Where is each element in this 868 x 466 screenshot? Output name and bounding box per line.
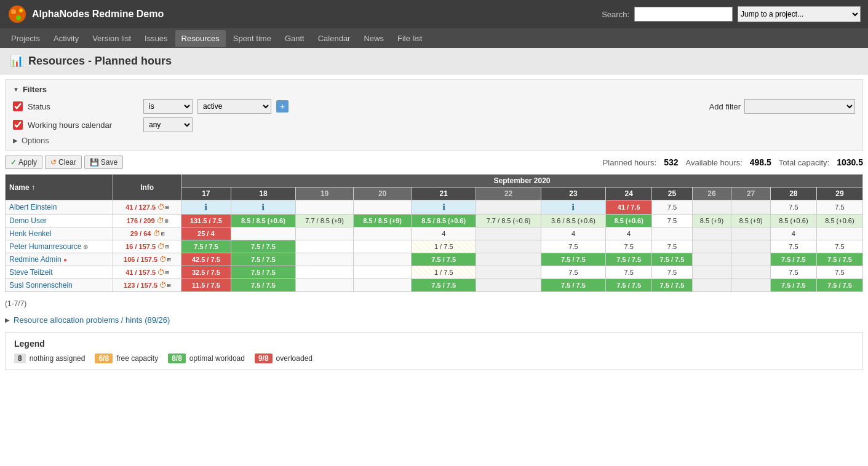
name-link[interactable]: Redmine Admin ● xyxy=(9,255,67,264)
clock-icon[interactable]: ⏱ xyxy=(159,255,167,264)
info-icons: ⏱⊞ xyxy=(151,230,164,237)
nav-item-spent-time[interactable]: Spent time xyxy=(227,30,277,47)
day-cell-18: 7.5 / 7.5 xyxy=(231,279,295,292)
grid-icon[interactable]: ⊞ xyxy=(167,281,170,290)
day-header-28: 28 xyxy=(770,188,816,200)
name-link[interactable]: Steve Teilzeit xyxy=(9,268,52,277)
nav-item-resources[interactable]: Resources xyxy=(175,30,226,47)
capacity-value: 1030.5 xyxy=(837,157,863,167)
day-cell-26 xyxy=(692,200,731,215)
save-icon: 💾 xyxy=(90,158,99,167)
hours-ratio: 176 / 209 xyxy=(127,217,155,224)
problems-label: Resource allocation problems / hints (89… xyxy=(14,315,170,325)
legend-desc-optimal: optimal workload xyxy=(189,354,245,363)
legend-items: 8 nothing assigned 6/8 free capacity 8/8… xyxy=(14,353,854,363)
clock-icon[interactable]: ⏱ xyxy=(157,216,164,225)
day-cell-24: 7.5 xyxy=(606,240,652,253)
clock-icon[interactable]: ⏱ xyxy=(157,242,165,251)
clock-icon[interactable]: ⏱ xyxy=(159,281,167,290)
clock-icon[interactable]: ⏱ xyxy=(157,268,165,277)
day-cell-18: 7.5 / 7.5 xyxy=(231,266,295,279)
day-cell-29: 7.5 xyxy=(816,266,862,279)
grid-icon[interactable]: ⊞ xyxy=(165,242,169,251)
status-operator-select[interactable]: is xyxy=(143,99,193,114)
day-header-23: 23 xyxy=(541,188,605,200)
main-table-wrapper: Name ↑ Info September 2020 1718192021222… xyxy=(5,174,863,292)
day-header-29: 29 xyxy=(816,188,862,200)
name-link[interactable]: Demo User xyxy=(9,216,47,225)
name-link[interactable]: Susi Sonnenschein xyxy=(9,281,73,290)
legend-item-overloaded: 9/8 overloaded xyxy=(255,353,313,363)
grid-icon[interactable]: ⊞ xyxy=(164,216,168,225)
day-header-26: 26 xyxy=(692,188,731,200)
day-cell-21: 4 xyxy=(412,227,476,240)
chart-icon: 📊 xyxy=(10,54,23,68)
day-cell-17: ℹ xyxy=(181,200,231,215)
options-row[interactable]: ▶ Options xyxy=(13,136,855,145)
name-link[interactable]: Albert Einstein xyxy=(9,203,57,211)
day-cell-21: 7.5 / 7.5 xyxy=(412,253,476,266)
add-filter-select[interactable] xyxy=(744,99,855,114)
nav-item-file-list[interactable]: File list xyxy=(391,30,428,47)
status-dot-icon: ● xyxy=(63,256,67,263)
save-button[interactable]: 💾 Save xyxy=(84,156,123,169)
nav-item-calendar[interactable]: Calendar xyxy=(312,30,357,47)
nav-item-version-list[interactable]: Version list xyxy=(86,30,137,47)
working-hours-checkbox[interactable] xyxy=(13,120,23,130)
nav-item-news[interactable]: News xyxy=(357,30,390,47)
day-cell-25: 7.5 xyxy=(652,200,693,215)
add-filter-label: Add filter xyxy=(709,102,741,111)
day-cell-27 xyxy=(731,253,771,266)
nav-item-gantt[interactable]: Gantt xyxy=(279,30,311,47)
day-cell-28: 7.5 xyxy=(770,200,816,215)
day-cell-23: 3.6 / 8.5 (+0.6) xyxy=(541,215,605,227)
name-link[interactable]: Peter Humanresource ⊕ xyxy=(9,242,88,251)
month-header: September 2020 xyxy=(181,175,862,188)
nav-item-projects[interactable]: Projects xyxy=(5,30,46,47)
day-cell-26 xyxy=(692,253,731,266)
jump-to-project-select[interactable]: Jump to a project... xyxy=(738,6,861,22)
day-cell-27 xyxy=(731,240,771,253)
header-right: Search: Jump to a project... xyxy=(602,6,861,22)
day-cell-24: 4 xyxy=(606,227,652,240)
clear-button[interactable]: ↺ Clear xyxy=(45,156,82,169)
day-cell-22 xyxy=(476,227,541,240)
col-name-header: Name ↑ xyxy=(6,175,113,200)
nav-item-activity[interactable]: Activity xyxy=(47,30,85,47)
day-cell-26 xyxy=(692,279,731,292)
working-hours-value-select[interactable]: any xyxy=(143,117,193,132)
grid-icon[interactable]: ⊞ xyxy=(165,268,169,277)
logo-area: AlphaNodes Redmine Demo xyxy=(7,4,164,24)
legend-box-overloaded: 9/8 xyxy=(255,353,273,363)
day-cell-27 xyxy=(731,200,771,215)
name-link[interactable]: Henk Henkel xyxy=(9,229,52,238)
options-chevron: ▶ xyxy=(13,137,18,144)
filters-header[interactable]: ▼ Filters xyxy=(13,85,855,94)
hours-ratio: 16 / 157.5 xyxy=(125,243,156,250)
day-cell-24: 8.5 (+0.6) xyxy=(606,215,652,227)
options-label: Options xyxy=(22,136,49,145)
add-filter-button[interactable]: + xyxy=(276,100,289,113)
status-checkbox[interactable] xyxy=(13,101,23,111)
apply-icon: ✓ xyxy=(10,158,17,167)
status-value-select[interactable]: active xyxy=(197,99,271,114)
info-icons: ⏱⊞ xyxy=(155,217,168,224)
clock-icon[interactable]: ⏱ xyxy=(153,229,161,238)
legend-box-free: 6/8 xyxy=(95,353,113,363)
problems-header[interactable]: ▶ Resource allocation problems / hints (… xyxy=(5,313,863,327)
day-cell-20 xyxy=(354,227,412,240)
day-cell-18: 8.5 / 8.5 (+0.6) xyxy=(231,215,295,227)
apply-button[interactable]: ✓ Apply xyxy=(5,156,42,169)
grid-icon[interactable]: ⊞ xyxy=(161,229,164,238)
grid-icon[interactable]: ⊞ xyxy=(165,203,169,211)
clock-icon[interactable]: ⏱ xyxy=(157,203,165,211)
add-filter-area: Add filter xyxy=(709,99,855,114)
nav-item-issues[interactable]: Issues xyxy=(138,30,174,47)
day-header-25: 25 xyxy=(652,188,693,200)
day-cell-29: 7.5 / 7.5 xyxy=(816,279,862,292)
problems-section: ▶ Resource allocation problems / hints (… xyxy=(5,313,863,327)
grid-icon[interactable]: ⊞ xyxy=(167,255,170,264)
search-input[interactable] xyxy=(634,7,733,22)
logo-icon xyxy=(7,4,27,24)
table-row: Henk Henkel29 / 64 ⏱⊞25 / 44444 xyxy=(6,227,863,240)
